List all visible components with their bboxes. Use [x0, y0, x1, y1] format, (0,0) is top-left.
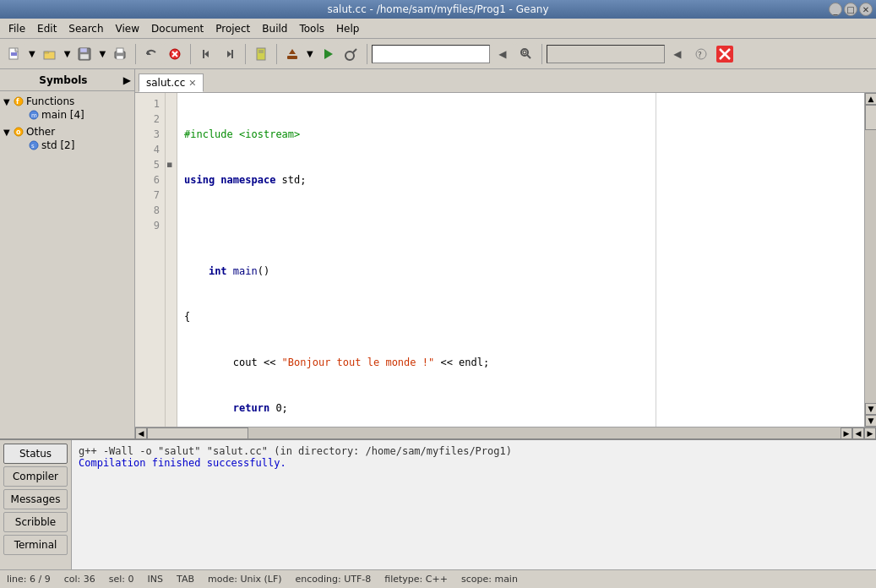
scroll-left-arrow[interactable]: ◀: [135, 427, 147, 439]
line-num-8: 8: [140, 203, 160, 218]
code-content[interactable]: #include <iostream> using namespace std;…: [177, 93, 864, 427]
scroll-corner-left[interactable]: ◀: [852, 427, 864, 439]
line-num-9: 9: [140, 218, 160, 233]
tab-close-icon[interactable]: ✕: [188, 78, 196, 89]
replace-clear-button[interactable]: ◀: [667, 43, 688, 65]
tab-messages[interactable]: Messages: [3, 489, 68, 509]
tab-compiler[interactable]: Compiler: [3, 466, 68, 487]
status-line: line: 6 / 9: [7, 574, 51, 585]
main-label: main [4]: [41, 109, 84, 121]
open-button[interactable]: [39, 43, 61, 65]
tab-status[interactable]: Status: [3, 444, 68, 464]
scroll-thumb-h[interactable]: [147, 427, 248, 439]
editor-scrollbar-h[interactable]: ◀ ▶ ◀ ▶: [135, 427, 876, 438]
debug-button[interactable]: [340, 43, 362, 65]
tree-other[interactable]: ▼ o Other: [2, 125, 133, 139]
svg-text:m: m: [31, 112, 37, 119]
line-num-1: 1: [140, 96, 160, 112]
toolbar: ▼ ▼ ▼ ▼ ◀: [0, 39, 876, 69]
close-x-button[interactable]: [714, 43, 736, 65]
menu-edit[interactable]: Edit: [32, 21, 62, 36]
svg-rect-6: [80, 54, 89, 59]
svg-rect-15: [203, 50, 204, 58]
svg-rect-18: [257, 48, 265, 60]
undo-button[interactable]: [140, 43, 162, 65]
line-num-2: 2: [140, 112, 160, 127]
scroll-corner-right[interactable]: ▶: [864, 427, 876, 439]
tree-functions[interactable]: ▼ f Functions: [2, 95, 133, 108]
compiler-output-line2: Compilation finished successfully.: [79, 457, 869, 469]
maximize-button[interactable]: □: [844, 3, 857, 16]
tree-main[interactable]: m main [4]: [2, 108, 133, 122]
svg-text:o: o: [16, 128, 21, 136]
status-ins: INS: [148, 574, 163, 585]
menu-project[interactable]: Project: [210, 21, 255, 36]
replace-input[interactable]: [547, 45, 665, 63]
tabs-bar: salut.cc ✕: [135, 69, 876, 93]
functions-expand-icon: ▼: [3, 97, 12, 106]
other-expand-icon: ▼: [3, 128, 12, 137]
find-input[interactable]: [372, 45, 490, 63]
toolbar-sep1: [135, 44, 136, 64]
status-sel: sel: 0: [109, 574, 134, 585]
code-editor[interactable]: 1 2 3 4 5 6 7 8 9 ▪: [135, 93, 876, 427]
new-dropdown-arrow[interactable]: ▼: [27, 47, 37, 60]
tab-label: salut.cc: [146, 77, 185, 89]
menu-view[interactable]: View: [111, 21, 144, 36]
tab-scribble[interactable]: Scribble: [3, 512, 68, 532]
window-controls: _ □ ✕: [829, 3, 873, 16]
line-numbers: 1 2 3 4 5 6 7 8 9: [135, 93, 166, 427]
close-button[interactable]: ✕: [859, 3, 873, 16]
compiler-output-line1: g++ -Wall -o "salut" "salut.cc" (in dire…: [79, 445, 869, 457]
print-button[interactable]: [109, 43, 131, 65]
toolbar-sep5: [367, 44, 367, 64]
sidebar-toggle-arrow[interactable]: ▶: [123, 74, 131, 86]
menu-help[interactable]: Help: [331, 21, 364, 36]
scroll-down-arrow[interactable]: ▼: [865, 403, 876, 415]
bottom-tabs: Status Compiler Messages Scribble Termin…: [0, 440, 876, 569]
svg-line-25: [353, 49, 356, 52]
menu-file[interactable]: File: [3, 21, 30, 36]
svg-marker-16: [227, 51, 231, 57]
find-search-button[interactable]: [515, 43, 537, 65]
scroll-right-arrow[interactable]: ▶: [841, 427, 852, 439]
bookmark-button[interactable]: [250, 43, 272, 65]
scroll-thumb-v[interactable]: [865, 105, 876, 130]
save-button[interactable]: [73, 43, 95, 65]
compile-button[interactable]: [281, 43, 303, 65]
tab-terminal[interactable]: Terminal: [3, 535, 68, 555]
svg-rect-5: [80, 48, 87, 52]
menu-search[interactable]: Search: [63, 21, 108, 36]
tree-std[interactable]: s std [2]: [2, 139, 133, 152]
editor-scrollbar-v[interactable]: ▲ ▼ ▼: [864, 93, 876, 427]
scroll-track-v[interactable]: [865, 105, 876, 403]
scroll-up-arrow[interactable]: ▲: [865, 93, 876, 105]
scroll-down-arrow2[interactable]: ▼: [865, 415, 876, 427]
save-dropdown-arrow[interactable]: ▼: [97, 47, 107, 60]
status-bar: line: 6 / 9 col: 36 sel: 0 INS TAB mode:…: [0, 569, 876, 588]
compile-dropdown-arrow[interactable]: ▼: [305, 47, 315, 60]
bottom-tab-buttons: Status Compiler Messages Scribble Termin…: [0, 440, 72, 569]
menu-build[interactable]: Build: [257, 21, 292, 36]
close-file-button[interactable]: [164, 43, 186, 65]
fold-marker-5[interactable]: ▪: [166, 157, 176, 172]
nav-fwd-button[interactable]: [219, 43, 241, 65]
title-bar: salut.cc - /home/sam/myfiles/Prog1 - Gea…: [0, 0, 876, 19]
open-dropdown-arrow[interactable]: ▼: [63, 47, 73, 60]
run-button[interactable]: [317, 43, 339, 65]
scroll-track-h[interactable]: [147, 427, 841, 439]
menu-bar: File Edit Search View Document Project B…: [0, 19, 876, 39]
tab-salut-cc[interactable]: salut.cc ✕: [139, 74, 204, 92]
line-num-6: 6: [140, 172, 160, 188]
sidebar-tree: ▼ f Functions m main [4] ▼ o Other s std…: [0, 91, 134, 438]
find-clear-button[interactable]: ◀: [492, 43, 514, 65]
minimize-button[interactable]: _: [829, 3, 842, 16]
color-chooser-button[interactable]: ?: [690, 43, 712, 65]
svg-rect-17: [231, 50, 233, 58]
new-button[interactable]: [3, 43, 25, 65]
menu-tools[interactable]: Tools: [294, 21, 329, 36]
menu-document[interactable]: Document: [146, 21, 209, 36]
svg-rect-21: [287, 56, 297, 59]
toolbar-sep6: [541, 44, 542, 64]
nav-back-button[interactable]: [195, 43, 217, 65]
